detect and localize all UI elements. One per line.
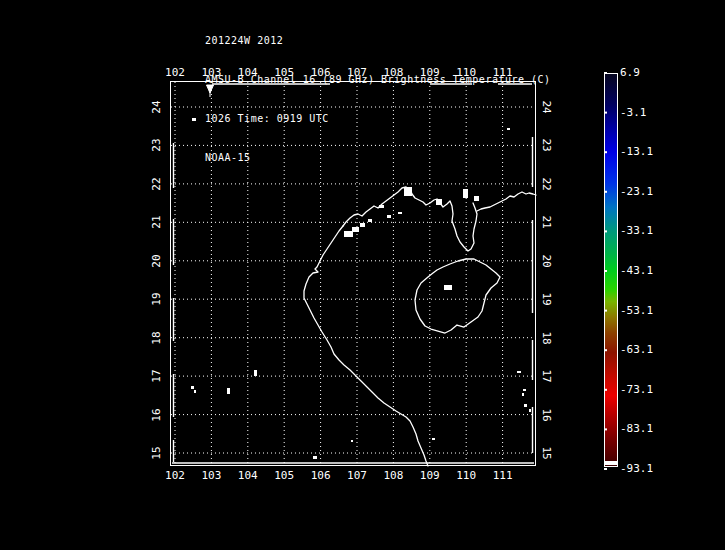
colorbar-tick-label: -33.1 <box>620 225 653 237</box>
lat-label-left: 24 <box>150 95 164 119</box>
lat-label-right: 24 <box>539 95 553 119</box>
colorbar-tick-label: 6.9 <box>620 67 640 79</box>
lat-label-right: 21 <box>539 210 553 234</box>
lon-label-bottom: 106 <box>309 470 333 482</box>
satellite-product-screen: 201224W 2012 AMSU-B Channel 16 (89 GHz) … <box>0 0 725 550</box>
lat-label-right: 15 <box>539 441 553 465</box>
graticule-grid <box>171 82 535 465</box>
lon-label-bottom: 110 <box>454 470 478 482</box>
lat-label-left: 23 <box>150 133 164 157</box>
island-specks <box>191 118 531 459</box>
lon-label-bottom: 108 <box>381 470 405 482</box>
lat-label-right: 19 <box>539 287 553 311</box>
colorbar-bottom-cap <box>605 461 617 465</box>
lat-label-left: 18 <box>150 326 164 350</box>
lon-label-top: 104 <box>236 67 260 79</box>
colorbar-tick-label: -43.1 <box>620 265 653 277</box>
lon-label-bottom: 104 <box>236 470 260 482</box>
lat-label-right: 17 <box>539 364 553 388</box>
colorbar-tick-label: -13.1 <box>620 146 653 158</box>
swath-edge-lines <box>172 84 534 463</box>
lon-label-top: 103 <box>199 67 223 79</box>
colorbar-tick-label: -73.1 <box>620 384 653 396</box>
coastlines <box>304 187 536 466</box>
lon-label-top: 106 <box>309 67 333 79</box>
lat-label-left: 19 <box>150 287 164 311</box>
lon-label-top: 105 <box>272 67 296 79</box>
colorbar-tick-label: -83.1 <box>620 423 653 435</box>
lat-label-right: 22 <box>539 172 553 196</box>
lat-label-right: 23 <box>539 133 553 157</box>
lon-label-top: 102 <box>163 67 187 79</box>
lon-label-top: 111 <box>491 67 515 79</box>
lon-label-bottom: 105 <box>272 470 296 482</box>
lat-label-left: 17 <box>150 364 164 388</box>
map-canvas <box>0 0 725 550</box>
lon-label-bottom: 111 <box>491 470 515 482</box>
lon-label-top: 109 <box>418 67 442 79</box>
map-marker <box>207 85 214 97</box>
lat-label-left: 20 <box>150 249 164 273</box>
map-border <box>171 82 536 466</box>
lon-label-bottom: 102 <box>163 470 187 482</box>
lon-label-top: 108 <box>381 67 405 79</box>
colorbar <box>604 72 618 470</box>
colorbar-tick-label: -23.1 <box>620 186 653 198</box>
colorbar-tick-label: -63.1 <box>620 344 653 356</box>
lat-label-left: 15 <box>150 441 164 465</box>
lat-label-right: 20 <box>539 249 553 273</box>
lat-label-right: 18 <box>539 326 553 350</box>
lon-label-bottom: 109 <box>418 470 442 482</box>
lon-label-top: 110 <box>454 67 478 79</box>
lat-label-left: 16 <box>150 403 164 427</box>
colorbar-tick-label: -53.1 <box>620 305 653 317</box>
colorbar-tick-label: -93.1 <box>620 463 653 475</box>
lat-label-left: 22 <box>150 172 164 196</box>
lon-label-bottom: 107 <box>345 470 369 482</box>
lat-label-right: 16 <box>539 403 553 427</box>
lon-label-bottom: 103 <box>199 470 223 482</box>
lat-label-left: 21 <box>150 210 164 234</box>
colorbar-tick-label: -3.1 <box>620 107 647 119</box>
lon-label-top: 107 <box>345 67 369 79</box>
